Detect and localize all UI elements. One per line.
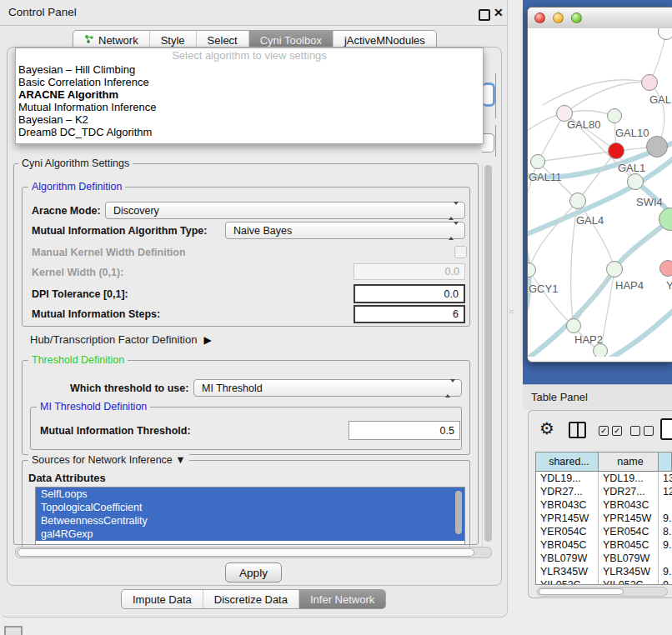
which-threshold-combobox[interactable]: MI Threshold xyxy=(193,379,462,397)
close-icon[interactable]: ✕ xyxy=(494,6,504,19)
network-edge xyxy=(538,151,616,162)
table-panel-body: ⚙ ✓✓ shared...name YDL19...YDL19...13YDR… xyxy=(528,410,672,598)
data-attributes-label: Data Attributes xyxy=(28,472,106,484)
dpi-tolerance-field[interactable]: 0.0 xyxy=(354,284,465,303)
tab-label: Network xyxy=(98,34,138,47)
node-label-gcy1: GCY1 xyxy=(529,282,558,295)
table-cell: YDR27... xyxy=(599,485,659,498)
table-cell: YBR043C xyxy=(599,498,659,512)
table-row[interactable]: YLR345WYLR345W9. xyxy=(536,565,672,578)
table-cell: YLR345W xyxy=(536,565,599,578)
panel-splitter[interactable]: ⁙ xyxy=(509,309,514,315)
algorithm-item-aracne-algorithm[interactable]: ARACNE Algorithm xyxy=(16,88,483,101)
algorithm-item-basic-correlation-inference[interactable]: Basic Correlation Inference xyxy=(16,76,483,88)
network-window-titlebar[interactable] xyxy=(528,8,672,29)
document-icon[interactable] xyxy=(660,418,672,440)
table-row[interactable]: YBR045CYBR045C9. xyxy=(536,538,672,552)
algorithm-item-bayesian-hill-climbing[interactable]: Bayesian – Hill Climbing xyxy=(16,63,483,76)
algorithm-definition-title: Algorithm Definition xyxy=(28,181,125,192)
tab-impute-data[interactable]: Impute Data xyxy=(122,590,203,608)
node-salmon[interactable] xyxy=(659,260,672,277)
expand-arrow-icon[interactable]: ▶ xyxy=(203,334,211,346)
node-gal4[interactable] xyxy=(569,192,586,209)
node-label-swi4: SWI4 xyxy=(636,196,663,208)
column-split-icon[interactable] xyxy=(569,422,586,438)
data-attributes-list[interactable]: SelfLoopsTopologicalCoefficientBetweenne… xyxy=(35,487,465,545)
unchecked-pair-icon[interactable] xyxy=(630,426,654,436)
table-row[interactable]: YBR043CYBR043C xyxy=(536,498,672,512)
minimize-light-icon[interactable] xyxy=(553,12,564,23)
table-horizontal-scrollbar[interactable] xyxy=(537,587,668,597)
kernel-width-label: Kernel Width (0,1): xyxy=(32,267,123,278)
settings-vertical-scrollbar[interactable] xyxy=(482,163,494,547)
node-gray[interactable] xyxy=(646,136,668,158)
column-header-partial[interactable] xyxy=(659,452,672,471)
table-row[interactable]: YER054CYER054C8. xyxy=(536,525,672,538)
attribute-item-selfloops[interactable]: SelfLoops xyxy=(36,488,464,501)
list-scrollbar[interactable] xyxy=(455,491,462,534)
collapsed-panel-icon[interactable] xyxy=(4,626,23,635)
control-panel-titlebar: Control Panel ✕ xyxy=(0,0,507,26)
column-header-shared[interactable]: shared... xyxy=(536,452,599,471)
attribute-item-topologicalcoefficient[interactable]: TopologicalCoefficient xyxy=(36,501,464,514)
network-canvas[interactable]: GALGAL80GAL10GAL1GAL11SWI4GAL4GCY1HAP4YH… xyxy=(528,28,672,357)
table-row[interactable]: YDR27...YDR27...12 xyxy=(536,485,672,498)
aracne-mode-combobox[interactable]: Discovery xyxy=(105,202,465,219)
float-window-icon[interactable] xyxy=(479,9,490,21)
spinner-arrows-icon xyxy=(445,382,455,394)
kernel-width-field[interactable]: 0.0 xyxy=(354,263,465,280)
node-gal10[interactable] xyxy=(607,108,622,123)
node-label-gal80: GAL80 xyxy=(567,118,600,131)
tab-label: Cyni Toolbox xyxy=(260,34,322,47)
table-row[interactable]: YDL19...YDL19...13 xyxy=(536,472,672,485)
algorithm-item-mutual-information-inference[interactable]: Mutual Information Inference xyxy=(16,101,483,113)
checked-pair-icon[interactable]: ✓✓ xyxy=(599,426,622,436)
mi-steps-field[interactable]: 6 xyxy=(354,305,465,323)
mi-threshold-field[interactable]: 0.5 xyxy=(349,421,460,440)
table-cell xyxy=(659,552,672,565)
node-hap4[interactable] xyxy=(606,261,623,278)
node-red[interactable] xyxy=(608,142,624,159)
tab-label: Select xyxy=(208,34,238,47)
sources-group-title[interactable]: Sources for Network Inference ▼ xyxy=(28,454,189,466)
settings-horizontal-scrollbar[interactable] xyxy=(15,547,492,558)
covered-combobox xyxy=(482,133,494,152)
network-edge xyxy=(529,201,578,270)
table-cell: YDL19... xyxy=(536,472,599,485)
node-gal11[interactable] xyxy=(530,154,545,169)
node-gal-pink[interactable] xyxy=(641,74,658,91)
tab-infer-network[interactable]: Infer Network xyxy=(299,590,385,608)
network-view-window[interactable]: GALGAL80GAL10GAL1GAL11SWI4GAL4GCY1HAP4YH… xyxy=(527,7,672,362)
column-header-name[interactable]: name xyxy=(599,452,659,471)
node-gal1-green[interactable] xyxy=(627,173,644,190)
collapse-arrow-icon[interactable]: ▼ xyxy=(175,454,185,466)
mi-steps-label: Mutual Information Steps: xyxy=(32,308,160,320)
which-threshold-value: MI Threshold xyxy=(202,382,263,394)
table-cell: YBL079W xyxy=(599,552,659,565)
node-attribute-table[interactable]: shared...name YDL19...YDL19...13YDR27...… xyxy=(535,452,672,585)
table-row[interactable]: YIL052CYIL052C9. xyxy=(536,578,672,585)
table-cell: YDR27... xyxy=(536,485,599,498)
table-header-row[interactable]: shared...name xyxy=(536,452,672,472)
covered-groupbox-border xyxy=(495,125,496,157)
manual-kernel-checkbox[interactable] xyxy=(454,246,467,258)
attribute-item-betweennesscentrality[interactable]: BetweennessCentrality xyxy=(36,514,464,528)
table-row[interactable]: YPR145WYPR145W9. xyxy=(536,512,672,525)
node-hap2[interactable] xyxy=(566,318,581,333)
mi-type-combobox[interactable]: Naive Bayes xyxy=(225,222,465,239)
node-label-hap2: HAP2 xyxy=(574,333,603,346)
algorithm-item-dream8-dc-tdc-algorithm[interactable]: Dream8 DC_TDC Algorithm xyxy=(16,126,483,138)
gear-icon[interactable]: ⚙ xyxy=(539,420,554,437)
hub-definition-toggle[interactable]: Hub/Transcription Factor Definition▶ xyxy=(30,333,212,346)
table-cell: 8. xyxy=(659,525,672,538)
table-cell: 9. xyxy=(659,578,672,585)
network-icon xyxy=(84,34,94,47)
table-row[interactable]: YBL079WYBL079W xyxy=(536,552,672,565)
algorithm-item-bayesian-k2[interactable]: Bayesian – K2 xyxy=(16,113,483,126)
zoom-light-icon[interactable] xyxy=(571,12,582,23)
apply-button[interactable]: Apply xyxy=(225,562,282,582)
attribute-item-gal4rgexp[interactable]: gal4RGexp xyxy=(36,528,464,541)
tab-discretize-data[interactable]: Discretize Data xyxy=(203,590,299,608)
table-cell: YER054C xyxy=(536,525,599,538)
close-light-icon[interactable] xyxy=(534,12,545,23)
